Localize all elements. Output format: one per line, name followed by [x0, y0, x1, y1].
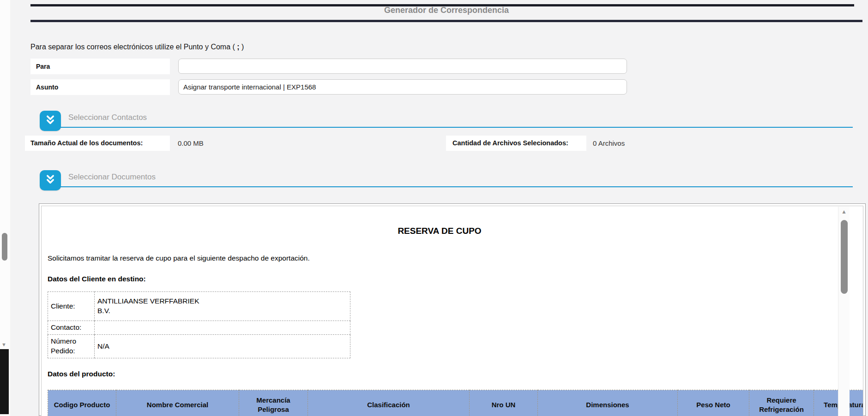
documents-section-title: Seleccionar Documentos	[68, 172, 156, 182]
column-header: Clasificación	[308, 390, 470, 416]
document-scrollbar-thumb[interactable]	[841, 220, 848, 294]
chevron-double-down-icon	[44, 114, 57, 128]
expand-contacts-button[interactable]	[40, 111, 61, 131]
selected-files-value: 0 Archivos	[593, 136, 625, 151]
selected-files-label: Cantidad de Archivos Selecionados:	[446, 136, 586, 151]
document-preview-inner: RESERVA DE CUPO Solicitamos tramitar la …	[41, 206, 863, 416]
page-scrollbar[interactable]: ▼	[0, 0, 10, 416]
document-title: RESERVA DE CUPO	[42, 226, 838, 236]
column-header: Requiere Refrigeración	[749, 390, 814, 416]
client-label-cell: Cliente:	[48, 292, 95, 321]
document-intro: Solicitamos tramitar la reserva de cupo …	[48, 254, 310, 262]
para-label: Para	[30, 59, 170, 74]
column-header: Codigo Producto	[48, 390, 116, 416]
asunto-label: Asunto	[30, 79, 170, 95]
header-divider	[30, 20, 862, 22]
chevron-double-down-icon	[44, 173, 57, 188]
scroll-up-icon[interactable]: ▲	[839, 208, 849, 215]
documents-section-divider	[44, 186, 853, 187]
client-value-cell: N/A	[95, 335, 350, 358]
expand-documents-button[interactable]	[40, 170, 61, 190]
table-row: Cliente: ANTILLIAANSE VERFFABRIEK B.V.	[48, 292, 350, 321]
client-table: Cliente: ANTILLIAANSE VERFFABRIEK B.V. C…	[48, 291, 350, 358]
client-label-cell: Contacto:	[48, 321, 95, 335]
page-title: Generador de Correspondencia	[30, 6, 862, 15]
table-row: Número Pedido: N/A	[48, 335, 350, 358]
document-body: RESERVA DE CUPO Solicitamos tramitar la …	[42, 206, 838, 416]
client-value-cell	[95, 321, 350, 335]
product-section-heading: Datos del producto:	[48, 370, 115, 378]
asunto-input[interactable]	[178, 79, 627, 95]
left-dark-block	[0, 349, 9, 414]
column-header: Nro UN	[470, 390, 538, 416]
scroll-down-icon[interactable]: ▼	[1, 341, 6, 348]
table-row: Contacto:	[48, 321, 350, 335]
document-preview-panel: RESERVA DE CUPO Solicitamos tramitar la …	[39, 203, 866, 416]
column-header: Peso Neto	[678, 390, 749, 416]
contacts-section-divider	[44, 127, 853, 128]
client-label-cell: Número Pedido:	[48, 335, 95, 358]
column-header: Nombre Comercial	[116, 390, 239, 416]
page-scrollbar-thumb[interactable]	[2, 233, 7, 261]
column-header: Mercancía Peligrosa	[239, 390, 308, 416]
documents-size-label: Tamaño Actual de los documentos:	[25, 136, 170, 151]
client-section-heading: Datos del Cliente en destino:	[48, 275, 146, 283]
documents-size-value: 0.00 MB	[178, 136, 204, 151]
column-header: Dimensiones	[538, 390, 678, 416]
contacts-section-title: Seleccionar Contactos	[68, 113, 147, 122]
product-table-header-row: Codigo Producto Nombre Comercial Mercanc…	[48, 390, 864, 416]
para-input[interactable]	[178, 59, 627, 74]
email-separator-hint: Para separar los correos electrónicos ut…	[30, 43, 244, 51]
client-value-cell: ANTILLIAANSE VERFFABRIEK B.V.	[95, 292, 350, 321]
product-table: Codigo Producto Nombre Comercial Mercanc…	[48, 390, 863, 416]
